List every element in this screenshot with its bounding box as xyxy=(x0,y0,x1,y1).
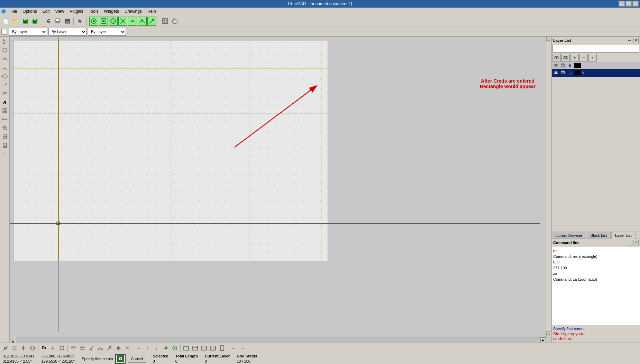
snap-tang-btn[interactable] xyxy=(96,344,104,352)
layer-hide-btn[interactable] xyxy=(561,54,570,62)
cancel-snap-btn[interactable]: ✕ xyxy=(123,344,131,352)
menu-file[interactable]: File xyxy=(8,8,20,15)
point-tool[interactable]: · xyxy=(1,150,9,158)
svg-rect-99 xyxy=(184,347,189,350)
command-output: rec Command: rec (rectangle) 0, 0 277,19… xyxy=(552,246,640,325)
close-button[interactable]: ✕ xyxy=(632,1,639,7)
pen-select[interactable]: By Layer xyxy=(9,28,47,36)
menu-tools[interactable]: Tools xyxy=(86,8,101,15)
fill-select[interactable]: By Layer xyxy=(88,28,126,36)
print-preview-button[interactable] xyxy=(53,17,62,26)
zoom-pan-tool[interactable] xyxy=(1,124,9,132)
tab-layer-list[interactable]: Layer List xyxy=(611,232,636,239)
save-as-button[interactable]: + xyxy=(30,17,39,26)
move-rel-btn[interactable]: ⇄ xyxy=(162,344,170,352)
cross-btn[interactable]: + xyxy=(49,344,57,352)
view-rect4-btn[interactable] xyxy=(209,344,217,352)
scroll-right-btn[interactable]: ▶ xyxy=(540,337,546,343)
curve-tool[interactable] xyxy=(1,55,9,63)
cmd-panel-minimize[interactable]: — xyxy=(627,240,632,245)
snap-perp-btn[interactable] xyxy=(87,344,95,352)
layer-remove-btn[interactable]: − xyxy=(579,54,588,62)
open-button[interactable]: 📂 xyxy=(11,17,20,26)
layer-panel-close[interactable]: ✕ xyxy=(633,38,639,43)
snap-distance-btn[interactable] xyxy=(147,17,156,26)
new-button[interactable]: 📄 xyxy=(1,17,10,26)
menu-view[interactable]: View xyxy=(52,8,67,15)
canvas-scrollbar-v[interactable]: ▲ ▼ xyxy=(546,37,551,337)
restore-button[interactable]: ❐ xyxy=(625,1,632,7)
layer-move-up-btn[interactable]: ↑ xyxy=(588,54,597,62)
print-button[interactable]: 🖨 xyxy=(44,17,53,26)
hatch-tool[interactable] xyxy=(1,106,9,115)
snap-endpoint-btn[interactable] xyxy=(99,17,108,26)
cancel-button[interactable]: Cancel xyxy=(128,355,146,363)
view-rect2-btn[interactable] xyxy=(191,344,199,352)
block-tool[interactable] xyxy=(1,132,9,141)
menu-plugins[interactable]: Plugins xyxy=(67,8,86,15)
minimize-button[interactable]: — xyxy=(619,1,625,7)
snap-sym2-btn[interactable] xyxy=(28,344,37,352)
layer-panel-minimize[interactable]: — xyxy=(627,38,632,43)
next-view-btn[interactable]: → xyxy=(238,344,247,352)
snap-grid-btn2[interactable] xyxy=(10,344,19,352)
tab-block-list[interactable]: Block List xyxy=(587,232,611,239)
view-rect1-btn[interactable] xyxy=(182,344,190,352)
tab-library-browser[interactable]: Library Browser xyxy=(552,232,586,239)
menu-drawings[interactable]: Drawings xyxy=(122,8,145,15)
insert-tool[interactable] xyxy=(1,141,9,149)
dimension-tool[interactable] xyxy=(1,115,9,123)
svg-rect-1 xyxy=(24,19,27,20)
isometric-btn[interactable] xyxy=(170,17,179,26)
snap-nearest-btn[interactable] xyxy=(105,344,113,352)
drawing-canvas[interactable]: After Cmds are entered Rectangle would a… xyxy=(10,37,546,337)
grid-toggle-btn[interactable] xyxy=(161,17,170,26)
snap-all-btn[interactable] xyxy=(69,344,77,352)
layer-add-btn[interactable]: + xyxy=(570,54,579,62)
cmd-panel-close[interactable]: ✕ xyxy=(633,240,639,245)
scroll-up-btn[interactable]: ▲ xyxy=(546,37,551,42)
snap-sym-btn[interactable]: ± xyxy=(19,344,28,352)
scroll-down-btn[interactable]: ▼ xyxy=(546,332,551,337)
grid-dots-btn[interactable] xyxy=(58,344,66,352)
layer-search-input[interactable] xyxy=(552,45,639,53)
svg-point-81 xyxy=(63,346,64,347)
export-button[interactable]: ex xyxy=(63,17,72,26)
snap-grid-btn[interactable] xyxy=(89,17,98,26)
view-rect3-btn[interactable] xyxy=(200,344,208,352)
snap-midpoint-btn[interactable] xyxy=(128,17,137,26)
layer-show-btn[interactable] xyxy=(552,54,561,62)
scroll-left-btn[interactable]: ◀ xyxy=(10,339,15,343)
snap-on-entity-btn[interactable] xyxy=(138,17,147,26)
move-abs-btn[interactable] xyxy=(171,344,179,352)
canvas-scrollbar-h[interactable]: ◀ ▶ xyxy=(10,337,546,343)
snap-restrict-btn[interactable] xyxy=(78,344,86,352)
ex-btn[interactable]: Ex xyxy=(40,344,48,352)
spline-tool[interactable] xyxy=(1,81,9,89)
polyline-tool[interactable] xyxy=(1,89,9,97)
snap-ortho-btn[interactable] xyxy=(114,344,122,352)
text-tool[interactable]: A xyxy=(1,98,9,106)
menu-widgets[interactable]: Widgets xyxy=(101,8,122,15)
view-rect5-btn[interactable] xyxy=(218,344,226,352)
menu-help[interactable]: Help xyxy=(145,8,159,15)
line-select[interactable]: By Layer xyxy=(48,28,86,36)
menu-options[interactable]: Options xyxy=(20,8,39,15)
snap-center-btn[interactable] xyxy=(109,17,118,26)
select-tool[interactable] xyxy=(1,37,9,46)
arc-tool[interactable] xyxy=(1,63,9,72)
snap-free-btn[interactable] xyxy=(1,344,10,352)
move-right-btn[interactable]: → xyxy=(135,344,143,352)
menu-edit[interactable]: Edit xyxy=(40,8,53,15)
layer-row-lock: ⊞ xyxy=(566,71,573,75)
ellipse-tool[interactable] xyxy=(1,72,9,80)
layer-row-0[interactable]: ⊞ 0 xyxy=(552,69,640,77)
pointer-button[interactable] xyxy=(76,17,85,26)
canvas-area[interactable]: After Cmds are entered Rectangle would a… xyxy=(10,37,551,343)
save-button[interactable] xyxy=(21,17,30,26)
prev-view-btn[interactable]: ← xyxy=(229,344,238,352)
circle-tool[interactable] xyxy=(1,46,9,54)
move-up-btn[interactable]: ↑ xyxy=(144,344,152,352)
snap-intersection-btn[interactable] xyxy=(118,17,127,26)
move-down-btn[interactable]: ↓ xyxy=(153,344,161,352)
